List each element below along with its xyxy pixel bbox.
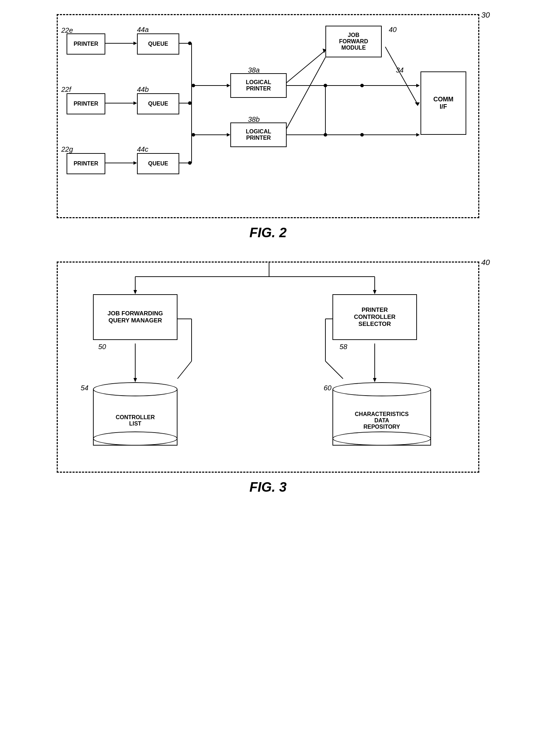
svg-line-27 xyxy=(385,47,417,103)
printer-controller-selector: PRINTER CONTROLLER SELECTOR xyxy=(332,294,417,340)
ref-44c: 44c xyxy=(137,145,148,153)
fig2-svg xyxy=(58,15,480,219)
job-forward-module: JOB FORWARD MODULE xyxy=(325,26,382,57)
logical-printer-38b: LOGICAL PRINTER xyxy=(230,122,287,147)
ref-54: 54 xyxy=(81,384,88,392)
svg-point-17 xyxy=(192,133,195,137)
ref-50: 50 xyxy=(98,343,106,351)
controller-list-cylinder: CONTROLLER LIST xyxy=(93,382,177,453)
ref-38a: 38a xyxy=(248,66,260,74)
ref-38b: 38b xyxy=(248,115,260,124)
comm-if: COMM I/F xyxy=(420,71,466,135)
queue-44c: QUEUE xyxy=(137,153,179,174)
ref-22e: 22e xyxy=(61,26,73,34)
ref-44a: 44a xyxy=(137,26,149,34)
svg-marker-34 xyxy=(416,133,420,137)
ref-22g: 22g xyxy=(61,145,73,153)
svg-point-14 xyxy=(192,84,195,87)
svg-line-51 xyxy=(325,361,343,379)
svg-point-30 xyxy=(360,84,364,87)
svg-line-21 xyxy=(283,57,325,135)
svg-point-7 xyxy=(188,42,192,45)
ref-60: 60 xyxy=(324,384,331,392)
svg-marker-31 xyxy=(416,84,420,87)
fig3-diagram: JOB FORWARDING QUERY MANAGER 50 PRINTER … xyxy=(57,262,479,473)
svg-marker-15 xyxy=(227,84,230,87)
svg-marker-41 xyxy=(373,290,376,294)
ref-58: 58 xyxy=(339,343,347,351)
svg-line-19 xyxy=(283,50,325,86)
svg-marker-3 xyxy=(133,101,137,105)
ref-34: 34 xyxy=(396,66,404,74)
ref-30: 30 xyxy=(481,11,490,20)
ref-22f: 22f xyxy=(61,86,71,94)
logical-printer-38a: LOGICAL PRINTER xyxy=(230,73,287,98)
svg-marker-28 xyxy=(415,102,420,106)
svg-marker-38 xyxy=(133,290,137,294)
printer-22g: PRINTER xyxy=(67,153,105,174)
ref-44b: 44b xyxy=(137,86,149,94)
svg-point-33 xyxy=(360,133,364,137)
fig2-diagram: PRINTER 22e PRINTER 22f PRINTER 22g QUEU… xyxy=(57,14,479,218)
fig3-container: 40 xyxy=(21,262,515,495)
svg-point-11 xyxy=(188,161,192,165)
job-forwarding-query-manager: JOB FORWARDING QUERY MANAGER xyxy=(93,294,177,340)
fig2-label: FIG. 2 xyxy=(21,225,515,240)
queue-44a: QUEUE xyxy=(137,33,179,55)
fig2-container: 30 xyxy=(21,14,515,240)
svg-point-9 xyxy=(188,101,192,105)
svg-marker-5 xyxy=(133,161,137,165)
ref-40: 40 xyxy=(389,26,397,34)
printer-22e: PRINTER xyxy=(67,33,105,55)
svg-marker-45 xyxy=(373,378,376,382)
svg-marker-43 xyxy=(133,378,137,382)
ref-40-fig3: 40 xyxy=(481,258,490,267)
svg-point-23 xyxy=(324,84,327,87)
printer-22f: PRINTER xyxy=(67,93,105,114)
svg-marker-1 xyxy=(133,42,137,45)
characteristics-data-repository-cylinder: CHARACTERISTICS DATA REPOSITORY xyxy=(332,382,431,453)
svg-marker-18 xyxy=(227,133,230,137)
svg-point-25 xyxy=(324,133,327,137)
queue-44b: QUEUE xyxy=(137,93,179,114)
svg-line-48 xyxy=(177,361,192,379)
fig3-label: FIG. 3 xyxy=(21,480,515,495)
